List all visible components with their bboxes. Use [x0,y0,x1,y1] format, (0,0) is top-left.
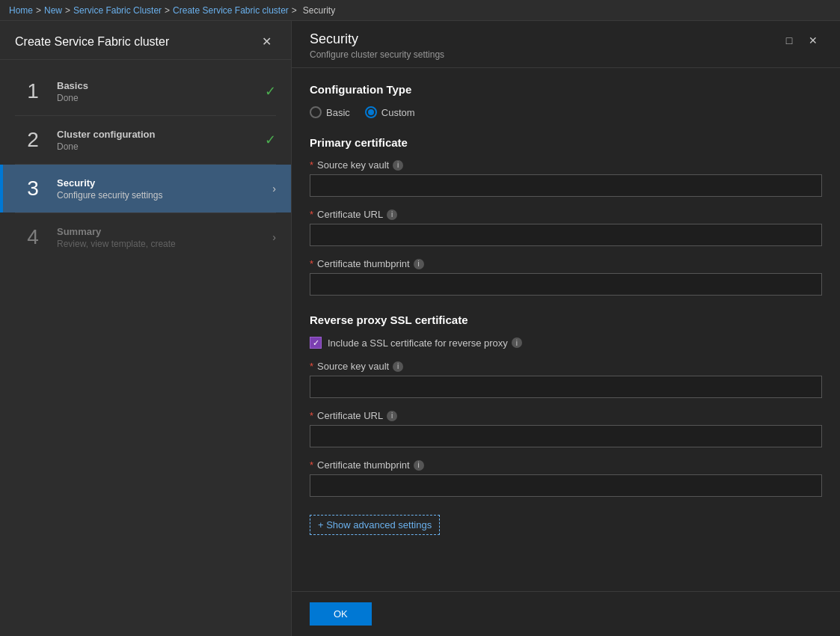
config-type-section: Configuration Type Basic Custom [310,83,822,118]
include-ssl-checkbox[interactable]: ✓ [310,337,322,349]
proxy-cert-url-field: * Certificate URL i [310,410,822,447]
config-type-heading: Configuration Type [310,83,822,96]
advanced-settings-container: + Show advanced settings [310,509,822,535]
reverse-proxy-section: Reverse proxy SSL certificate ✓ Include … [310,314,822,535]
breadcrumb-create-cluster[interactable]: Create Service Fabric cluster [173,5,289,16]
header-controls: □ ✕ [780,31,822,49]
proxy-source-key-vault-input[interactable] [310,376,822,398]
step-4-name: Summary [57,226,272,237]
step-2-number: 2 [18,128,48,152]
primary-cert-thumbprint-info-icon[interactable]: i [414,259,424,269]
breadcrumb-service-fabric[interactable]: Service Fabric Cluster [73,5,162,16]
proxy-cert-url-info-icon[interactable]: i [387,411,397,421]
primary-cert-url-label: * Certificate URL i [310,209,822,220]
include-ssl-info-icon[interactable]: i [512,337,522,348]
radio-custom-circle [365,106,377,118]
sidebar: Create Service Fabric cluster ✕ 1 Basics… [0,21,292,636]
reverse-proxy-heading: Reverse proxy SSL certificate [310,314,822,326]
radio-basic-label: Basic [326,107,350,118]
step-4[interactable]: 4 Summary Review, view template, create … [0,213,291,261]
primary-source-key-vault-text: Source key vault [317,159,389,171]
proxy-source-key-vault-info-icon[interactable]: i [393,361,403,372]
content-header: Security Configure cluster security sett… [292,21,840,68]
proxy-cert-thumbprint-input[interactable] [310,474,822,497]
step-1-number: 1 [18,79,48,103]
step-1-info: Basics Done [57,80,265,103]
primary-cert-url-field: * Certificate URL i [310,209,822,246]
sidebar-header: Create Service Fabric cluster ✕ [0,21,291,60]
radio-basic[interactable]: Basic [310,106,350,118]
proxy-cert-thumbprint-label: * Certificate thumbprint i [310,459,822,471]
breadcrumb-home[interactable]: Home [9,5,33,16]
step-4-chevron-icon: › [272,231,276,243]
checkmark-icon: ✓ [313,338,319,348]
content-subtitle: Configure cluster security settings [310,49,444,60]
content-scroll: Configuration Type Basic Custom Primary … [292,68,840,591]
sidebar-close-button[interactable]: ✕ [257,33,276,50]
content-title-group: Security Configure cluster security sett… [310,31,444,60]
required-star-5: * [310,410,313,421]
required-star-4: * [310,361,313,372]
show-advanced-settings-link[interactable]: + Show advanced settings [310,515,440,535]
step-3-name: Security [57,177,272,189]
step-2-info: Cluster configuration Done [57,129,265,152]
proxy-cert-url-text: Certificate URL [317,410,383,421]
radio-custom-label: Custom [381,107,415,118]
proxy-cert-thumbprint-text: Certificate thumbprint [317,459,410,471]
step-1-desc: Done [57,93,265,103]
primary-source-key-vault-field: * Source key vault i [310,159,822,197]
primary-source-key-vault-input[interactable] [310,174,822,197]
include-ssl-label: Include a SSL certificate for reverse pr… [328,337,522,349]
sidebar-title: Create Service Fabric cluster [15,35,169,49]
step-3[interactable]: 3 Security Configure security settings › [0,165,291,212]
step-2-name: Cluster configuration [57,129,265,140]
step-3-desc: Configure security settings [57,190,272,201]
required-star-6: * [310,459,313,471]
radio-basic-circle [310,106,322,118]
proxy-cert-thumbprint-field: * Certificate thumbprint i [310,459,822,497]
close-button[interactable]: ✕ [804,31,822,49]
minimize-button[interactable]: □ [780,31,798,49]
include-ssl-checkbox-row: ✓ Include a SSL certificate for reverse … [310,337,822,349]
step-1-name: Basics [57,80,265,91]
proxy-cert-url-label: * Certificate URL i [310,410,822,421]
content-panel: Security Configure cluster security sett… [292,21,840,636]
step-4-number: 4 [18,225,48,249]
breadcrumb-new[interactable]: New [44,5,62,16]
primary-source-key-vault-info-icon[interactable]: i [393,160,403,171]
primary-cert-thumbprint-label: * Certificate thumbprint i [310,258,822,269]
step-2-check-icon: ✓ [265,132,276,148]
radio-group: Basic Custom [310,106,822,118]
step-3-number: 3 [18,177,48,201]
step-3-chevron-icon: › [272,183,276,195]
breadcrumb: Home > New > Service Fabric Cluster > Cr… [0,0,840,21]
primary-cert-thumbprint-text: Certificate thumbprint [317,258,410,269]
step-1[interactable]: 1 Basics Done ✓ [0,67,291,115]
primary-cert-section: Primary certificate * Source key vault i… [310,136,822,296]
primary-cert-thumbprint-field: * Certificate thumbprint i [310,258,822,296]
proxy-source-key-vault-field: * Source key vault i [310,361,822,398]
steps-container: 1 Basics Done ✓ 2 Cluster configuration … [0,60,291,636]
step-2[interactable]: 2 Cluster configuration Done ✓ [0,116,291,164]
primary-cert-url-text: Certificate URL [317,209,383,220]
primary-cert-url-info-icon[interactable]: i [387,210,397,220]
required-star-3: * [310,258,313,269]
proxy-cert-url-input[interactable] [310,425,822,447]
primary-cert-thumbprint-input[interactable] [310,273,822,296]
proxy-source-key-vault-label: * Source key vault i [310,361,822,372]
breadcrumb-current: Security [303,5,335,16]
step-2-desc: Done [57,141,265,152]
content-footer: OK [292,591,840,636]
primary-cert-heading: Primary certificate [310,136,822,149]
primary-cert-url-input[interactable] [310,224,822,246]
required-star-2: * [310,209,313,220]
proxy-cert-thumbprint-info-icon[interactable]: i [414,460,424,471]
step-4-info: Summary Review, view template, create [57,226,272,249]
radio-custom[interactable]: Custom [365,106,415,118]
ok-button[interactable]: OK [310,602,372,626]
primary-source-key-vault-label: * Source key vault i [310,159,822,171]
step-4-desc: Review, view template, create [57,239,272,249]
step-3-info: Security Configure security settings [57,177,272,201]
proxy-source-key-vault-text: Source key vault [317,361,389,372]
step-1-check-icon: ✓ [265,83,276,100]
